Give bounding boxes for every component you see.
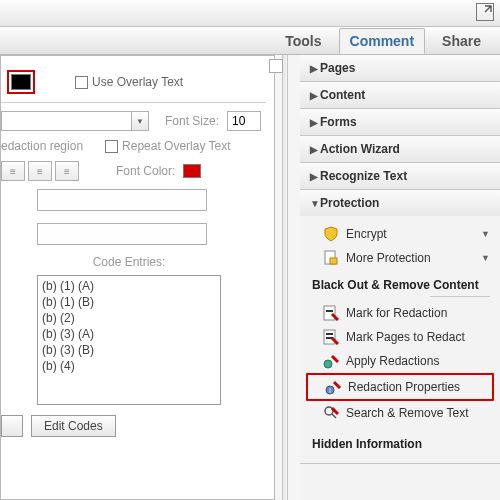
svg-point-11 [325,407,333,415]
chevron-right-icon: ▶ [310,171,320,182]
apply-redactions-item[interactable]: Apply Redactions [300,349,500,373]
list-item[interactable]: (b) (2) [40,310,218,326]
encrypt-item[interactable]: Encrypt ▼ [300,222,500,246]
align-left-button[interactable]: ≡ [1,161,25,181]
pane-splitter[interactable] [282,55,288,500]
panel-forms[interactable]: ▶Forms [300,109,500,135]
more-protection-item[interactable]: More Protection ▼ [300,246,500,270]
panel-protection[interactable]: ▼Protection [300,190,500,216]
svg-rect-6 [326,333,333,335]
redact-mark-icon [322,305,340,321]
shield-icon [322,226,340,242]
tab-tools[interactable]: Tools [274,28,332,54]
panel-action-wizard[interactable]: ▶Action Wizard [300,136,500,162]
svg-point-8 [324,360,332,368]
tab-share[interactable]: Share [431,28,492,54]
code-entries-label: Code Entries: [37,255,221,269]
svg-rect-4 [326,310,333,312]
redaction-properties-item[interactable]: i Redaction Properties [308,375,492,399]
fullscreen-icon[interactable] [476,3,494,21]
mark-for-redaction-item[interactable]: Mark for Redaction [300,301,500,325]
fill-color-well[interactable] [7,70,35,94]
chevron-right-icon: ▶ [310,90,320,101]
blackout-subheader: Black Out & Remove Content [300,270,500,296]
align-right-button[interactable]: ≡ [55,161,79,181]
font-size-label: Font Size: [165,114,219,128]
tab-comment[interactable]: Comment [339,28,426,54]
chevron-down-icon: ▼ [481,253,490,263]
repeat-overlay-label: Repeat Overlay Text [122,139,231,153]
use-overlay-text-checkbox[interactable] [75,76,88,89]
tabbar: Tools Comment Share [0,27,500,55]
font-family-dropdown-icon[interactable]: ▼ [131,111,149,131]
repeat-overlay-checkbox[interactable] [105,140,118,153]
svg-rect-2 [330,258,337,264]
code-set-input[interactable] [37,223,207,245]
panel-recognize-text[interactable]: ▶Recognize Text [300,163,500,189]
hidden-info-subheader: Hidden Information [300,425,500,455]
redaction-properties-dialog: Use Overlay Text ▼ Font Size: edaction r… [0,55,275,500]
svg-rect-3 [324,306,335,320]
custom-text-input[interactable] [37,189,207,211]
auto-size-label: edaction region [1,139,83,153]
chevron-right-icon: ▶ [310,144,320,155]
align-center-button[interactable]: ≡ [28,161,52,181]
list-item[interactable]: (b) (4) [40,358,218,374]
font-color-label: Font Color: [116,164,175,178]
tools-panel: ▶Pages ▶Content ▶Forms ▶Action Wizard ▶R… [300,55,500,500]
list-item[interactable]: (b) (1) (B) [40,294,218,310]
edit-codes-button[interactable]: Edit Codes [31,415,116,437]
use-overlay-text-label: Use Overlay Text [92,75,183,89]
code-entries-list[interactable]: (b) (1) (A) (b) (1) (B) (b) (2) (b) (3) … [37,275,221,405]
font-family-select[interactable] [1,111,131,131]
prev-code-button[interactable] [1,415,23,437]
chevron-down-icon: ▼ [310,198,320,209]
panel-pages[interactable]: ▶Pages [300,55,500,81]
redact-properties-icon: i [324,379,342,395]
redact-pages-icon [322,329,340,345]
chevron-right-icon: ▶ [310,117,320,128]
mark-pages-item[interactable]: Mark Pages to Redact [300,325,500,349]
chevron-right-icon: ▶ [310,63,320,74]
nav-thumb-icon[interactable] [269,59,283,73]
list-item[interactable]: (b) (3) (B) [40,342,218,358]
redact-search-icon [322,405,340,421]
chevron-down-icon: ▼ [481,229,490,239]
document-lock-icon [322,250,340,266]
redact-apply-icon [322,353,340,369]
panel-content[interactable]: ▶Content [300,82,500,108]
top-toolbar [0,0,500,27]
font-color-well[interactable] [183,164,201,178]
list-item[interactable]: (b) (1) (A) [40,278,218,294]
search-remove-item[interactable]: Search & Remove Text [300,401,500,425]
font-size-input[interactable] [227,111,261,131]
list-item[interactable]: (b) (3) (A) [40,326,218,342]
